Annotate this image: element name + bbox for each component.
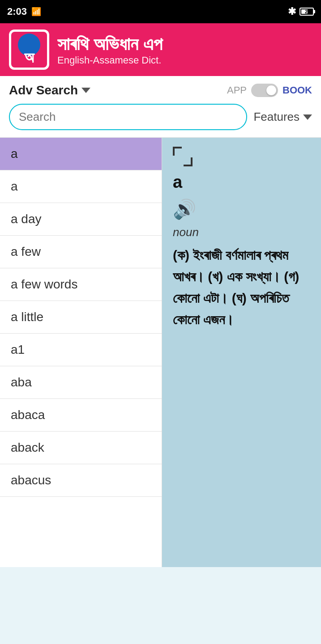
features-button[interactable]: Features — [253, 110, 312, 124]
word-list-item[interactable]: a little — [0, 301, 162, 334]
toggle-book-label: BOOK — [282, 85, 312, 96]
status-time: 2:03 — [7, 6, 27, 17]
status-right: ✱ 26 — [288, 6, 314, 17]
sound-icon[interactable]: 🔊 — [173, 198, 196, 220]
word-list-item[interactable]: a day — [0, 203, 162, 236]
toolbar: Adv Search APP BOOK Features — [0, 76, 321, 138]
word-list-item[interactable]: a — [0, 170, 162, 203]
adv-search-label: Adv Search — [9, 83, 78, 97]
adv-search-button[interactable]: Adv Search — [9, 83, 90, 97]
word-list-item[interactable]: aback — [0, 432, 162, 464]
detail-word: a — [173, 173, 310, 192]
word-list-item[interactable]: a few — [0, 236, 162, 268]
status-bar: 2:03 📶 ✱ 26 — [0, 0, 321, 23]
toolbar-row2: Features — [9, 104, 312, 130]
expand-icon[interactable] — [173, 147, 193, 166]
word-list-item[interactable]: a few words — [0, 268, 162, 301]
app-title: সাৰথি অভিধান এপ — [57, 33, 163, 55]
header-text: সাৰথি অভিধান এপ English-Assamese Dict. — [57, 33, 163, 66]
app-logo: অ — [9, 30, 49, 70]
toggle-app-label: APP — [227, 85, 247, 96]
search-input[interactable] — [19, 110, 237, 124]
app-header: অ সাৰথি অভিধান এপ English-Assamese Dict. — [0, 23, 321, 76]
network-icon: 📶 — [31, 7, 41, 17]
search-input-wrapper — [9, 104, 247, 130]
adv-search-dropdown-arrow — [81, 88, 90, 93]
word-list-item[interactable]: a — [0, 138, 162, 170]
detail-pos: noun — [173, 225, 310, 239]
app-book-toggle-switch[interactable] — [251, 84, 278, 97]
word-list-item[interactable]: aba — [0, 366, 162, 399]
word-list-item[interactable]: abacus — [0, 464, 162, 497]
detail-panel: a 🔊 noun (ক) ইংৰাজী বৰ্ণমালাৰ প্ৰথম আখৰ।… — [162, 138, 321, 567]
word-list: aaa daya fewa few wordsa littlea1abaabac… — [0, 138, 162, 567]
bluetooth-icon: ✱ — [288, 6, 296, 17]
word-list-item[interactable]: abaca — [0, 399, 162, 432]
app-subtitle: English-Assamese Dict. — [57, 55, 163, 66]
toolbar-row1: Adv Search APP BOOK — [9, 83, 312, 97]
word-list-item[interactable]: a1 — [0, 334, 162, 366]
battery-level: 26 — [301, 9, 314, 14]
features-dropdown-arrow — [303, 114, 312, 120]
detail-definition: (ক) ইংৰাজী বৰ্ণমালাৰ প্ৰথম আখৰ। (খ) এক স… — [173, 245, 310, 330]
battery-icon: 26 — [300, 8, 314, 16]
main-content: aaa daya fewa few wordsa littlea1abaabac… — [0, 138, 321, 567]
status-left: 2:03 📶 — [7, 6, 41, 17]
features-label: Features — [253, 110, 300, 124]
app-book-toggle-group: APP BOOK — [227, 84, 312, 97]
